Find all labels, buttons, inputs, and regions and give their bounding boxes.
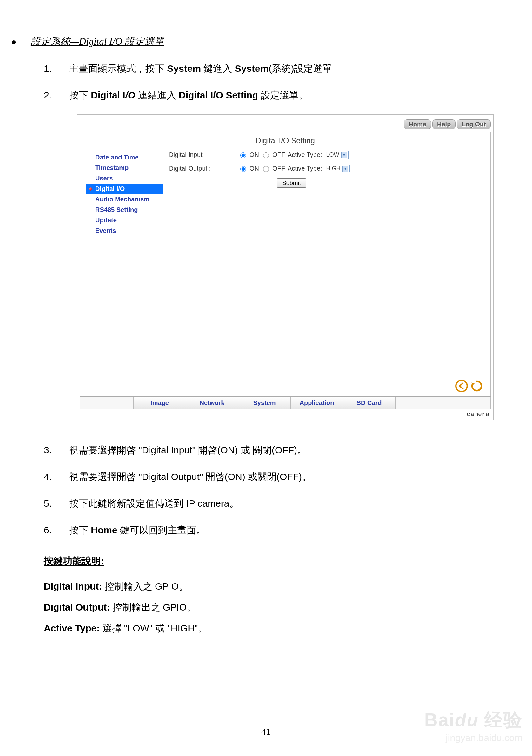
list-item: 1.主畫面顯示模式，按下 System 鍵進入 System(系統)設定選單 bbox=[44, 61, 521, 76]
sidebar-item-rs485-setting[interactable]: RS485 Setting bbox=[86, 204, 163, 215]
off-label: OFF bbox=[272, 151, 285, 158]
active-type-select[interactable]: LOW▾ bbox=[325, 151, 348, 159]
field-label: Digital Input : bbox=[169, 151, 239, 158]
home-button[interactable]: Home bbox=[404, 120, 431, 129]
active-type-label: Active Type: bbox=[288, 151, 322, 158]
off-label: OFF bbox=[272, 165, 285, 172]
on-label: ON bbox=[249, 165, 259, 172]
description-item: Active Type: 選擇 "LOW" 或 "HIGH"。 bbox=[44, 618, 521, 639]
sidebar-item-date-and-time[interactable]: Date and Time bbox=[86, 152, 163, 163]
description-item: Digital Input: 控制輸入之 GPIO。 bbox=[44, 576, 521, 597]
tab-sd-card[interactable]: SD Card bbox=[343, 397, 395, 409]
active-type-select[interactable]: HIGH▾ bbox=[325, 165, 350, 173]
tab-application[interactable]: Application bbox=[291, 397, 343, 409]
description-block: 按鍵功能說明: Digital Input: 控制輸入之 GPIO。Digita… bbox=[44, 551, 521, 639]
log-out-button[interactable]: Log Out bbox=[457, 120, 491, 129]
steps-list-top: 1.主畫面顯示模式，按下 System 鍵進入 System(系統)設定選單2.… bbox=[44, 61, 521, 103]
sidebar-item-events[interactable]: Events bbox=[86, 226, 163, 236]
sidebar-item-timestamp[interactable]: Timestamp bbox=[86, 163, 163, 173]
sidebar-item-audio-mechanism[interactable]: Audio Mechanism bbox=[86, 194, 163, 204]
camera-label: camera bbox=[467, 411, 490, 418]
watermark: Baidu 经验 jingyan.baidu.com bbox=[424, 708, 522, 743]
on-label: ON bbox=[249, 151, 259, 158]
bullet-icon: ● bbox=[11, 38, 16, 46]
sidebar-item-digital-i-o[interactable]: Digital I/O bbox=[86, 184, 163, 194]
section-title: 設定系統—Digital I/O 設定選單 bbox=[31, 35, 164, 48]
tab-system[interactable]: System bbox=[239, 397, 291, 409]
form-row: Digital Output :ONOFF Active Type: HIGH▾ bbox=[169, 165, 484, 173]
list-item: 5.按下此鍵將新設定值傳送到 IP camera。 bbox=[44, 496, 521, 511]
svg-point-0 bbox=[456, 380, 467, 392]
off-radio[interactable] bbox=[263, 152, 269, 158]
refresh-icon[interactable] bbox=[470, 379, 483, 394]
panel-title: Digital I/O Setting bbox=[80, 132, 491, 151]
back-icon[interactable] bbox=[455, 379, 468, 394]
field-label: Digital Output : bbox=[169, 165, 239, 172]
list-item: 4.視需要選擇開啓 "Digital Output" 開啓(ON) 或關閉(OF… bbox=[44, 469, 521, 484]
list-item: 6.按下 Home 鍵可以回到主畫面。 bbox=[44, 523, 521, 538]
sidebar-item-update[interactable]: Update bbox=[86, 215, 163, 226]
active-type-label: Active Type: bbox=[288, 165, 322, 172]
form-row: Digital Input :ONOFF Active Type: LOW▾ bbox=[169, 151, 484, 159]
submit-button[interactable]: Submit bbox=[277, 178, 306, 188]
on-radio[interactable] bbox=[240, 166, 246, 172]
on-radio[interactable] bbox=[240, 152, 246, 158]
tab-network[interactable]: Network bbox=[186, 397, 239, 409]
steps-list-bottom: 3.視需要選擇開啓 "Digital Input" 開啓(ON) 或 關閉(OF… bbox=[44, 443, 521, 538]
chevron-down-icon: ▾ bbox=[341, 152, 347, 158]
list-item: 3.視需要選擇開啓 "Digital Input" 開啓(ON) 或 關閉(OF… bbox=[44, 443, 521, 458]
description-heading: 按鍵功能說明: bbox=[44, 551, 521, 572]
sidebar: Date and TimeTimestampUsersDigital I/OAu… bbox=[86, 151, 163, 236]
tab-image[interactable]: Image bbox=[134, 397, 186, 409]
help-button[interactable]: Help bbox=[432, 120, 455, 129]
chevron-down-icon: ▾ bbox=[342, 166, 348, 172]
embedded-screenshot: HomeHelpLog Out Digital I/O Setting Date… bbox=[77, 114, 494, 420]
list-item: 2.按下 Digital I/O 連結進入 Digital I/O Settin… bbox=[44, 88, 521, 103]
sidebar-item-users[interactable]: Users bbox=[86, 173, 163, 184]
off-radio[interactable] bbox=[263, 166, 269, 172]
description-item: Digital Output: 控制輸出之 GPIO。 bbox=[44, 597, 521, 618]
